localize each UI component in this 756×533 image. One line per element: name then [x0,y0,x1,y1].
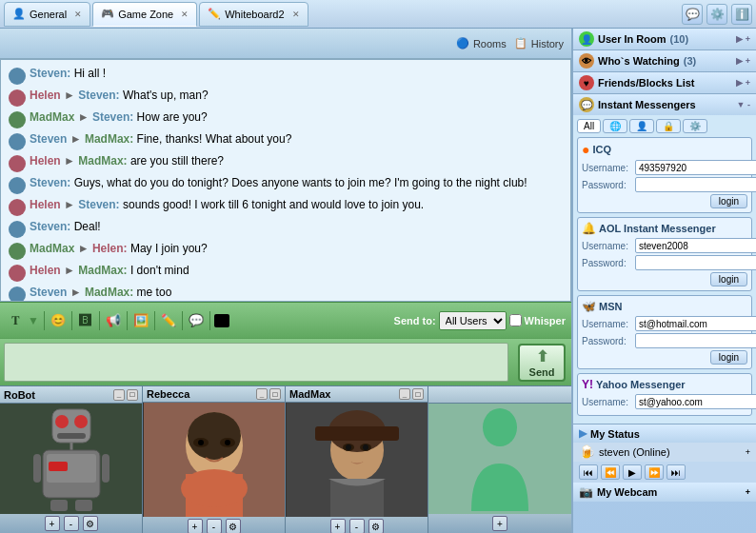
im-tab-lock[interactable]: 🔒 [656,119,681,133]
yahoo-username-input[interactable] [635,394,756,409]
my-webcam-label: My Webcam [597,486,657,498]
video-slot-rebecca: Rebecca _ □ [143,386,286,533]
rebecca-graphic [144,403,285,517]
tab-whiteboard-icon: ✏️ [208,8,221,20]
video-slot-robot-controls: _ □ [113,389,138,401]
robot-graphic [33,405,109,514]
chat-messages[interactable]: Steven: Hi all !Helen ► Steven: What's u… [0,59,571,302]
user-in-room-expand[interactable]: ▶ + [736,34,750,44]
player-next-btn[interactable]: ⏭ [666,464,686,480]
aol-username-input[interactable] [635,238,756,253]
message-input-area[interactable] [4,343,508,382]
gear-icon-btn[interactable]: ⚙️ [706,4,727,25]
rooms-button[interactable]: 🔵 Rooms [456,37,507,49]
whisper-checkbox[interactable] [509,314,522,326]
player-forward-btn[interactable]: ⏩ [645,464,664,480]
image-icon[interactable]: 🖼️ [131,311,150,330]
square-icon[interactable] [214,314,229,327]
im-expand[interactable]: ▼ - [737,100,750,109]
tab-whiteboard-close[interactable]: ✕ [292,10,300,19]
msn-username-input[interactable] [635,316,756,331]
chat-text: Steven: Hi all ! [30,66,106,82]
player-prev-btn[interactable]: ⏮ [579,464,598,480]
history-button[interactable]: 📋 History [514,37,564,49]
my-status-section[interactable]: ▶ My Status [573,424,756,443]
chat-bubble-icon[interactable]: 💬 [187,311,206,330]
tab-general-close[interactable]: ✕ [74,10,82,19]
aol-password-input[interactable] [635,255,756,270]
madmax-graphic [287,403,428,517]
edit-icon[interactable]: ✏️ [159,311,178,330]
msn-password-row: Password: [582,333,747,348]
info-icon-btn[interactable]: ℹ️ [731,4,752,25]
aol-username-label: Username: [582,241,631,251]
icq-password-input[interactable] [635,177,756,192]
my-status-label: My Status [590,428,640,440]
rebecca-zoom-in[interactable]: + [188,519,203,533]
svg-point-2 [74,415,88,428]
video-zoom-out[interactable]: - [64,516,79,531]
tab-gamezone-close[interactable]: ✕ [181,10,189,19]
tab-gamezone-label: Game Zone [118,9,173,20]
im-tab-gear[interactable]: ⚙️ [683,119,707,133]
icq-username-input[interactable] [635,160,756,175]
chat-message: Helen ► MadMax: I don't mind [9,263,563,282]
tab-general[interactable]: 👤 General ✕ [4,2,90,27]
madmax-video-controls: + - ⚙ [286,517,428,533]
empty-zoom-in[interactable]: + [492,516,507,531]
rebecca-minimize[interactable]: _ [256,388,268,400]
im-header[interactable]: 💬 Instant Messengers ▼ - [573,94,756,115]
whos-watching-expand[interactable]: ▶ + [736,56,750,66]
madmax-video-content [286,403,428,517]
chat-icon-btn[interactable]: 💬 [682,4,703,25]
rebecca-zoom-out[interactable]: - [207,519,222,533]
whos-watching-icon: 👁 [579,53,594,69]
svg-point-1 [55,415,69,428]
rebecca-settings[interactable]: ⚙ [226,519,241,533]
player-rewind-btn[interactable]: ⏪ [601,464,620,480]
my-webcam-section[interactable]: 📷 My Webcam + [573,483,756,502]
player-play-btn[interactable]: ▶ [623,464,642,480]
chat-avatar [9,243,26,260]
user-expand-icon[interactable]: + [746,447,750,457]
text-icon[interactable]: 𝐓 [6,311,25,330]
aol-login-button[interactable]: login [710,272,747,286]
sep1 [44,311,45,330]
megaphone-icon[interactable]: 📢 [104,311,123,330]
chat-message: Steven ► MadMax: Fine, thanks! What abou… [9,131,563,150]
madmax-maximize[interactable]: □ [412,388,424,400]
chat-avatar [9,221,26,238]
friends-header[interactable]: ♥ Friends/Blocks List ▶ + [573,72,756,93]
msn-login-button[interactable]: login [710,350,747,365]
im-tab-web[interactable]: 🌐 [603,119,627,133]
madmax-zoom-out[interactable]: - [349,519,365,533]
im-tab-all[interactable]: All [577,119,601,133]
chat-avatar [9,286,26,302]
player-controls: ⏮ ⏪ ▶ ⏩ ⏭ [573,462,756,483]
tab-gamezone[interactable]: 🎮 Game Zone ✕ [92,2,197,27]
minimize-icon[interactable]: _ [113,389,125,401]
tab-whiteboard[interactable]: ✏️ Whiteboard2 ✕ [199,2,308,27]
whos-watching-header[interactable]: 👁 Who`s Watching (3) ▶ + [573,50,756,71]
user-in-room-header[interactable]: 👤 User In Room (10) ▶ + [573,29,756,49]
friends-expand[interactable]: ▶ + [736,78,750,88]
chat-text: Helen ► MadMax: are you still there? [30,153,224,169]
icq-login-button[interactable]: login [710,194,747,208]
im-tab-user[interactable]: 👤 [629,119,654,133]
icq-icon: ● [582,142,589,157]
maximize-icon[interactable]: □ [127,389,138,401]
send-button[interactable]: ⬆ Send [518,344,566,382]
video-zoom-in[interactable]: + [45,516,60,531]
madmax-minimize[interactable]: _ [399,388,410,400]
bold-icon[interactable]: 🅱 [76,311,95,330]
rebecca-maximize[interactable]: □ [269,388,281,400]
msn-password-input[interactable] [635,333,756,348]
send-to-select[interactable]: All UsersStevenHelenMadMax [439,311,507,330]
emoji-icon[interactable]: 😊 [49,311,68,330]
rebecca-video-controls: + - ⚙ [143,517,285,533]
video-slot-madmax-controls: _ □ [399,388,424,400]
madmax-settings[interactable]: ⚙ [368,519,384,533]
video-settings[interactable]: ⚙ [83,516,98,531]
webcam-expand-icon[interactable]: + [746,487,750,497]
madmax-zoom-in[interactable]: + [330,519,346,533]
